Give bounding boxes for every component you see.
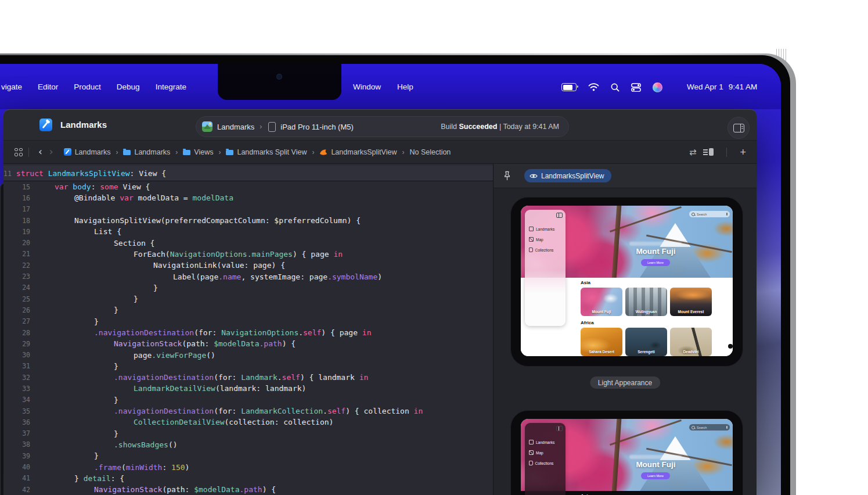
breadcrumb-separator: › [175, 148, 178, 156]
device-preview-dark: Mount FujiLearn MoreSearchAsiaMount Fuji… [510, 410, 743, 495]
related-items-icon[interactable] [15, 148, 23, 156]
line-number: 26 [3, 306, 30, 314]
editor-area: 11struct LandmarksSplitView: View { 15va… [3, 164, 757, 495]
line-number: 31 [3, 362, 30, 370]
run-destination[interactable]: iPad Pro 11-inch (M5) [280, 123, 353, 131]
code-text: .navigationDestination(for: NavigationOp… [94, 328, 371, 337]
menu-item-vigate[interactable]: vigate [1, 82, 22, 91]
code-text: NavigationLink(value: page) { [153, 261, 285, 270]
camera-dot [276, 74, 282, 80]
macbook-screen: vigateEditorProductDebugIntegrate Window… [0, 64, 781, 495]
code-line: 30page.viewForPage() [3, 349, 493, 360]
code-text: NavigationSplitView(preferredCompactColu… [74, 216, 361, 225]
build-status[interactable]: Build Succeeded | Today at 9:41 AM [441, 123, 559, 131]
line-number: 27 [3, 317, 30, 325]
add-editor-icon[interactable]: + [740, 147, 746, 157]
preview-screen: Mount FujiLearn MoreSearchAsiaMount Fuji… [521, 206, 733, 356]
code-line: 20Section { [3, 237, 493, 248]
breadcrumb-item[interactable]: Views [183, 148, 213, 156]
landmark-card: Deadvlei [670, 328, 712, 356]
code-text: NavigationStack(path: $modelData.path) { [114, 339, 296, 348]
line-number: 25 [3, 295, 30, 303]
control-center-icon[interactable] [631, 83, 641, 92]
breadcrumb-label: Landmarks Split View [237, 148, 307, 156]
code-text: LandmarkDetailView(landmark: landmark) [134, 384, 306, 393]
wifi-icon[interactable] [588, 83, 599, 91]
line-number: 11 [3, 170, 12, 178]
code-review-icon[interactable]: ⇄ [689, 147, 697, 157]
code-text: } [114, 396, 118, 404]
code-line: 16@Bindable var modelData = modelData [3, 192, 493, 203]
battery-icon[interactable] [561, 83, 577, 91]
eye-icon [530, 173, 538, 179]
learn-more-button: Learn More [641, 472, 670, 479]
breadcrumb: Landmarks›Landmarks›Views›Landmarks Spli… [64, 148, 451, 156]
breadcrumb-label: Landmarks [75, 148, 111, 156]
hero-subtitle-blur [629, 242, 682, 246]
card-label: Mount Fuji [581, 310, 622, 314]
hero-title: Mount Fuji [617, 460, 695, 469]
preview-canvas: LandmarksSplitView Mount FujiLearn MoreS… [493, 164, 757, 495]
search-field: Search [689, 211, 730, 217]
code-text: NavigationStack(path: $modelData.path) { [94, 485, 276, 494]
back-button[interactable]: ‹ [35, 147, 46, 157]
line-number: 16 [3, 194, 30, 202]
line-number: 23 [3, 272, 30, 281]
line-number: 30 [3, 351, 30, 359]
code-line: 32.navigationDestination(for: Landmark.s… [3, 372, 493, 383]
scheme-device-pill[interactable]: Landmarks › iPad Pro 11-inch (M5) Build … [196, 116, 569, 137]
breadcrumb-item[interactable]: Landmarks Split View [226, 148, 307, 156]
menu-item-product[interactable]: Product [74, 82, 101, 91]
menu-item-debug[interactable]: Debug [117, 82, 140, 91]
breadcrumb-item[interactable]: Landmarks [64, 148, 111, 156]
code-lines: 15var body: some View {16@Bindable var m… [3, 181, 493, 495]
line-number: 21 [3, 250, 30, 258]
scheme-name[interactable]: Landmarks [217, 123, 254, 131]
build-separator: | [499, 123, 501, 131]
window-title: Landmarks [60, 120, 107, 130]
menu-bar: vigateEditorProductDebugIntegrate Window… [0, 64, 781, 109]
sidebar-items: LandmarksMapCollections [529, 437, 564, 468]
breadcrumb-item[interactable]: Landmarks [123, 148, 170, 156]
sidebar-item-label: Collections [535, 461, 554, 465]
line-number: 22 [3, 261, 30, 270]
menu-item-editor[interactable]: Editor [38, 82, 58, 91]
forward-button[interactable]: › [46, 147, 57, 157]
build-result: Succeeded [459, 123, 497, 131]
card-label: Serengeti [625, 350, 667, 354]
menu-item-help[interactable]: Help [397, 82, 413, 91]
map-icon [529, 450, 534, 455]
code-text: } [114, 306, 118, 314]
pin-icon[interactable] [503, 171, 512, 181]
siri-icon[interactable] [653, 82, 662, 92]
branch-decoration [611, 206, 621, 278]
breadcrumb-item[interactable]: LandmarksSplitView [319, 148, 397, 156]
source-editor[interactable]: 11struct LandmarksSplitView: View { 15va… [3, 164, 493, 495]
minimap-icon[interactable] [703, 148, 714, 156]
sidebar-toggle-icon [556, 213, 563, 218]
sidebar-item-label: Map [536, 451, 543, 455]
breadcrumb-item[interactable]: No Selection [409, 148, 451, 156]
menu-item-window[interactable]: Window [353, 82, 381, 91]
line-number: 36 [3, 418, 30, 426]
preview-name-pill[interactable]: LandmarksSplitView [524, 169, 611, 182]
menu-time: 9:41 AM [729, 82, 758, 91]
menu-date: Wed Apr 1 [687, 82, 723, 91]
code-line: 39} [3, 450, 493, 461]
menu-clock[interactable]: Wed Apr 1 9:41 AM [687, 82, 757, 91]
jump-bar-actions: ⇄ + [689, 147, 746, 157]
line-number: 18 [3, 217, 30, 225]
card-row: Sahara DesertSerengetiDeadvlei [581, 328, 733, 356]
card-label: Wulingyuan [625, 310, 667, 314]
inspector-toggle-button[interactable] [727, 117, 750, 139]
sidebar-item-map: Map [529, 447, 564, 458]
code-text: .navigationDestination(for: LandmarkColl… [114, 407, 423, 415]
menu-item-integrate[interactable]: Integrate [156, 82, 186, 91]
spotlight-search-icon[interactable] [611, 83, 620, 92]
sidebar-toggle-icon [556, 426, 563, 431]
code-text: .frame(minWidth: 150) [94, 463, 189, 472]
xcode-window: Landmarks Landmarks › iPad Pro 11-inch (… [3, 109, 757, 495]
section-title: Asia [581, 280, 733, 285]
breadcrumb-separator: › [116, 148, 118, 156]
preview-name: LandmarksSplitView [541, 172, 604, 180]
